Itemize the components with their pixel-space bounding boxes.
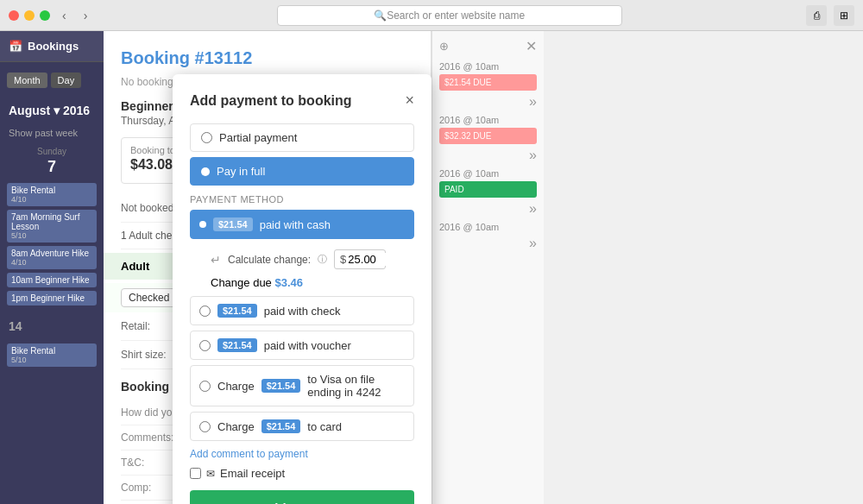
sidebar-event-bike[interactable]: Bike Rental 4/10 xyxy=(7,183,97,206)
sidebar-nav: Month Day xyxy=(0,62,104,98)
right-panel-icon: ⊕ xyxy=(439,40,449,53)
right-panel: ⊕ ✕ 2016 @ 10am $21.54 DUE » 2016 @ 10am… xyxy=(432,31,544,504)
method-cash-option[interactable]: $21.54 paid with cash xyxy=(190,210,414,239)
browser-chrome: ‹ › 🔍 Search or enter website name ⎙ ⊞ xyxy=(0,0,863,31)
month-label: August xyxy=(9,104,50,117)
sidebar-event-bike14[interactable]: Bike Rental 5/10 xyxy=(7,343,97,367)
email-receipt-label: Email receipt xyxy=(220,467,285,480)
sidebar-title: Bookings xyxy=(28,40,79,53)
month-button[interactable]: Month xyxy=(7,72,47,88)
method-card-label: to card xyxy=(307,420,342,433)
add-payment-button[interactable]: Add payment xyxy=(190,490,414,504)
right-nav-arrow-3[interactable]: » xyxy=(439,201,537,217)
event-name: 1pm Beginner Hike xyxy=(11,293,92,303)
browser-icons: ⎙ ⊞ xyxy=(806,5,854,26)
back-button[interactable]: ‹ xyxy=(57,7,72,24)
day-button[interactable]: Day xyxy=(51,72,82,88)
method-visa-option[interactable]: Charge $21.54 to Visa on file ending in … xyxy=(190,365,414,406)
month-year: August ▾ 2016 xyxy=(0,98,104,123)
show-past-link[interactable]: Show past week xyxy=(0,123,104,143)
email-receipt-checkbox[interactable] xyxy=(190,468,201,479)
app-container: 📅 Bookings Month Day August ▾ 2016 Show … xyxy=(0,31,863,504)
modal-close-button[interactable]: × xyxy=(405,91,414,110)
right-panel-close[interactable]: ✕ xyxy=(526,38,537,54)
close-window-button[interactable] xyxy=(9,10,19,21)
day-name: Sunday xyxy=(9,147,95,156)
change-due-label: Change due xyxy=(211,276,272,289)
right-nav-arrow-2[interactable]: » xyxy=(439,148,537,163)
event-count: 5/10 xyxy=(11,356,92,364)
change-amount-input[interactable] xyxy=(348,253,387,266)
method-visa-radio[interactable] xyxy=(199,381,211,392)
modal-title: Add payment to booking xyxy=(190,93,352,109)
change-calculator-label: Calculate change: xyxy=(228,254,311,266)
voucher-amount-badge: $21.54 xyxy=(217,338,257,352)
extras-comp-label: Comp: xyxy=(121,482,151,494)
partial-payment-option[interactable]: Partial payment xyxy=(190,123,414,152)
calendar-day-label: Sunday 7 xyxy=(0,143,104,180)
right-nav-arrow-1[interactable]: » xyxy=(439,94,537,110)
email-receipt-row: ✉ Email receipt xyxy=(190,467,414,480)
event-name: Bike Rental xyxy=(11,346,92,356)
day-number: 7 xyxy=(9,158,95,176)
sidebar-event-beginner-10[interactable]: 10am Beginner Hike xyxy=(7,273,97,287)
change-input-wrapper: $ xyxy=(334,249,386,269)
charge-visa-label: Charge xyxy=(217,380,255,393)
method-voucher-label: paid with voucher xyxy=(264,339,351,352)
forward-button[interactable]: › xyxy=(79,7,93,24)
sidebar-event-beginner-1[interactable]: 1pm Beginner Hike xyxy=(7,291,97,306)
change-due-value: $3.46 xyxy=(274,276,303,289)
address-bar[interactable]: 🔍 Search or enter website name xyxy=(277,5,622,26)
change-info-icon[interactable]: ⓘ xyxy=(318,253,327,266)
sidebar-event-adventure[interactable]: 8am Adventure Hike 4/10 xyxy=(7,246,97,269)
method-check-label: paid with check xyxy=(264,305,341,318)
event-count: 4/10 xyxy=(11,258,92,267)
visa-amount-badge: $21.54 xyxy=(261,379,301,393)
right-date-1: 2016 @ 10am xyxy=(439,61,537,72)
method-voucher-radio[interactable] xyxy=(199,340,211,351)
method-cash-label: paid with cash xyxy=(260,218,331,231)
cash-amount-badge: $21.54 xyxy=(213,217,253,231)
right-event-3[interactable]: PAID xyxy=(439,181,537,198)
event-name: 7am Morning Surf Lesson xyxy=(11,212,92,231)
right-date-2: 2016 @ 10am xyxy=(439,115,537,125)
extras-comments-label: Comments: xyxy=(121,432,173,444)
sidebar: 📅 Bookings Month Day August ▾ 2016 Show … xyxy=(0,31,104,504)
tabs-icon[interactable]: ⊞ xyxy=(834,5,854,26)
change-currency: $ xyxy=(340,253,346,266)
share-icon[interactable]: ⎙ xyxy=(806,5,827,26)
event-name: 10am Beginner Hike xyxy=(11,275,92,285)
event-count: 5/10 xyxy=(11,231,92,240)
minimize-window-button[interactable] xyxy=(24,10,35,21)
change-arrow-icon: ↵ xyxy=(211,253,221,267)
adult-label: Adult xyxy=(121,260,149,273)
charge-card-prefix: Charge xyxy=(217,420,255,433)
right-event-2[interactable]: $32.32 DUE xyxy=(439,128,537,144)
event-count: 4/10 xyxy=(11,195,92,204)
method-card-radio[interactable] xyxy=(199,421,211,432)
sidebar-event-surf[interactable]: 7am Morning Surf Lesson 5/10 xyxy=(7,210,97,243)
bookings-icon: 📅 xyxy=(9,40,22,53)
right-event-1[interactable]: $21.54 DUE xyxy=(439,74,537,91)
right-panel-header: ⊕ ✕ xyxy=(439,38,537,54)
day14-label: 14 xyxy=(0,312,104,340)
add-comment-link[interactable]: Add comment to payment xyxy=(190,448,414,460)
check-amount-badge: $21.54 xyxy=(217,304,257,318)
right-date-3: 2016 @ 10am xyxy=(439,168,537,179)
pay-full-option[interactable]: Pay in full xyxy=(190,157,414,186)
booking-title: Booking #13112 xyxy=(121,48,413,68)
method-voucher-option[interactable]: $21.54 paid with voucher xyxy=(190,331,414,360)
event-name: Bike Rental xyxy=(11,186,92,195)
right-nav-arrow-4[interactable]: » xyxy=(439,236,537,251)
method-check-option[interactable]: $21.54 paid with check xyxy=(190,296,414,325)
year-label: 2016 xyxy=(63,104,90,117)
payment-method-label: PAYMENT METHOD xyxy=(190,194,414,205)
maximize-window-button[interactable] xyxy=(40,10,50,21)
change-calculator-row: ↵ Calculate change: ⓘ $ xyxy=(190,244,414,274)
payment-modal: Add payment to booking × Partial payment… xyxy=(173,74,432,504)
retail-label: Retail: xyxy=(121,320,150,332)
card-amount-badge: $21.54 xyxy=(261,419,301,433)
partial-payment-radio[interactable] xyxy=(201,132,212,143)
method-check-radio[interactable] xyxy=(199,306,211,317)
method-card-option[interactable]: Charge $21.54 to card xyxy=(190,412,414,441)
